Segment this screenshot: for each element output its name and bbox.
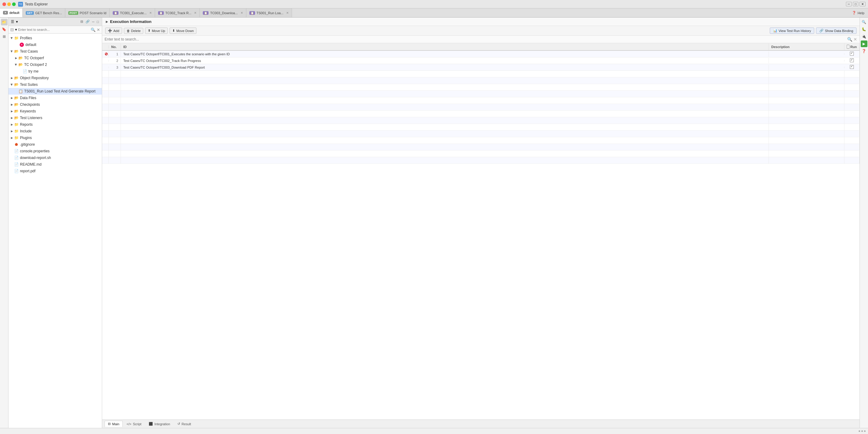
explorer-ctrl-btn-3[interactable]: ─ xyxy=(92,19,95,24)
explorer-ctrl-btn-1[interactable]: ⊟ xyxy=(80,19,84,24)
maximize-button[interactable] xyxy=(12,2,16,6)
tree-item-reports[interactable]: ▶ 📁 Reports xyxy=(8,121,102,128)
tab-tc002-close[interactable]: ✕ xyxy=(194,11,196,14)
tab-ts001[interactable]: 📋 TS001_Run Loa... ✕ xyxy=(246,8,292,17)
tree-item-gitignore[interactable]: ▶ ⬟ .gitignore xyxy=(8,141,102,148)
row1-run-checkbox[interactable] xyxy=(850,52,854,56)
explorer-search-input[interactable] xyxy=(18,28,89,31)
arrow-tc-octoperf[interactable]: ▶ xyxy=(14,57,18,60)
restore-win-button[interactable]: □ xyxy=(853,2,858,6)
tab-default-badge: ✕ xyxy=(3,11,8,14)
tree-item-keywords[interactable]: ▶ 📂 Keywords xyxy=(8,108,102,115)
view-history-button[interactable]: 📊 View Test Run History xyxy=(770,28,814,34)
arrow-reports[interactable]: ▶ xyxy=(10,123,14,126)
row3-run-checkbox[interactable] xyxy=(850,65,854,69)
filter-dropdown-icon[interactable]: ▾ xyxy=(15,28,17,32)
tree-item-download-report[interactable]: ▶ 📄 download-report.sh xyxy=(8,154,102,161)
tree-item-test-suites[interactable]: ▶ 📂 Test Suites xyxy=(8,81,102,88)
tab-tc003[interactable]: 📋 TC003_Downloa... ✕ xyxy=(200,8,246,17)
bookmarks-icon-btn[interactable]: 🔖 xyxy=(1,26,7,33)
arrow-profiles[interactable]: ▶ xyxy=(10,36,13,40)
delete-button[interactable]: 🗑 Delete xyxy=(124,28,144,34)
right-icon-green[interactable]: ▶ xyxy=(861,40,867,47)
help-button[interactable]: ❓ Help xyxy=(848,8,868,17)
arrow-data-files[interactable]: ▶ xyxy=(10,96,14,99)
folder-icon-test-suites: 📂 xyxy=(14,82,19,87)
move-up-button[interactable]: ⬆ Move Up xyxy=(145,28,168,34)
arrow-test-listeners[interactable]: ▶ xyxy=(10,116,14,119)
explorer-dropdown-icon[interactable]: ▾ xyxy=(16,20,18,24)
explorer-ctrl-btn-2[interactable]: 🔗 xyxy=(85,19,90,24)
right-icon-2[interactable]: 🐛 xyxy=(861,26,867,33)
table-row[interactable]: ⊘ 1 Test Cases/TC Octoperf/TC001_Execute… xyxy=(102,51,860,57)
add-button[interactable]: ➕ Add xyxy=(105,28,122,34)
row1-run[interactable] xyxy=(844,51,860,57)
tree-item-tc-octoperf[interactable]: ▶ 📂 TC Octoperf xyxy=(8,55,102,61)
right-icon-1[interactable]: 🔍 xyxy=(861,19,867,25)
minimize-win-button[interactable]: ─ xyxy=(846,2,852,6)
tree-item-default-profile[interactable]: ▶ ✕ default xyxy=(8,41,102,48)
tab-default[interactable]: ✕ default xyxy=(0,8,23,17)
filter-icon[interactable]: ⊟ xyxy=(10,27,14,32)
tree-item-profiles[interactable]: ▶ 📁 Profiles xyxy=(8,35,102,41)
status-dots xyxy=(859,430,866,432)
tab-result[interactable]: ↺ Result xyxy=(174,421,194,427)
show-data-binding-button[interactable]: 🔗 Show Data Binding xyxy=(816,28,857,34)
tab-tc002[interactable]: 📋 TC002_Track R... ✕ xyxy=(155,8,200,17)
close-button[interactable] xyxy=(2,2,6,6)
tab-tc001-close[interactable]: ✕ xyxy=(149,11,152,14)
row3-run[interactable] xyxy=(844,64,860,70)
minimize-button[interactable] xyxy=(7,2,11,6)
tab-main[interactable]: ⊟ Main xyxy=(104,421,123,427)
explorer-icon-btn[interactable]: 📁 xyxy=(1,19,7,25)
tree-item-test-listeners[interactable]: ▶ 📂 Test Listeners xyxy=(8,115,102,121)
tree-item-ts001[interactable]: ▶ 📋 TS001_Run Load Test And Generate Rep… xyxy=(8,88,102,95)
run-all-checkbox[interactable] xyxy=(847,45,849,49)
arrow-include[interactable]: ▶ xyxy=(10,130,14,133)
table-row[interactable]: 2 Test Cases/TC Octoperf/TC002_Track Run… xyxy=(102,57,860,64)
arrow-plugins[interactable]: ▶ xyxy=(10,136,14,139)
execution-info-header[interactable]: ▶ Execution Information xyxy=(102,18,860,26)
tree-item-console-props[interactable]: ▶ 📄 console.properties xyxy=(8,148,102,154)
arrow-test-suites[interactable]: ▶ xyxy=(10,83,13,87)
tab-integration[interactable]: ⬛ Integration xyxy=(145,421,174,427)
explorer-ctrl-btn-4[interactable]: □ xyxy=(96,19,99,24)
tab-tc003-close[interactable]: ✕ xyxy=(241,11,243,14)
tree-item-include[interactable]: ▶ 📁 Include xyxy=(8,128,102,134)
label-test-cases: Test Cases xyxy=(20,49,38,54)
right-icon-4[interactable]: ❓ xyxy=(861,48,867,54)
tree-item-report-pdf[interactable]: ▶ 📄 report.pdf xyxy=(8,168,102,175)
tree-item-try-me[interactable]: ▶ 📄 try me xyxy=(8,68,102,75)
arrow-tc-octoperf2[interactable]: ▶ xyxy=(14,63,18,67)
tab-script[interactable]: </> Script xyxy=(123,421,145,427)
tree-item-data-files[interactable]: ▶ 📂 Data Files xyxy=(8,95,102,101)
table-search-magnify-icon[interactable]: 🔍 xyxy=(847,37,852,42)
tree-item-tc-octoperf2[interactable]: ▶ 📂 TC Octoperf 2 xyxy=(8,61,102,68)
tab-post-scenario[interactable]: POST POST Scenario Id xyxy=(65,8,110,17)
tab-get-bench[interactable]: GET GET Bench Res... xyxy=(23,8,65,17)
arrow-test-cases[interactable]: ▶ xyxy=(10,49,13,54)
label-checkpoints: Checkpoints xyxy=(20,102,40,107)
row2-run[interactable] xyxy=(844,57,860,64)
close-win-button[interactable]: ✕ xyxy=(860,2,866,6)
arrow-object-repo[interactable]: ▶ xyxy=(10,76,14,80)
arrow-checkpoints[interactable]: ▶ xyxy=(10,103,14,106)
row2-run-checkbox[interactable] xyxy=(850,58,854,62)
search-magnify-icon[interactable]: 🔍 xyxy=(91,28,95,32)
search-clear-icon[interactable]: ✕ xyxy=(97,28,100,32)
table-search-clear-icon[interactable]: ✕ xyxy=(854,37,857,42)
right-icon-3[interactable]: 🔌 xyxy=(861,33,867,40)
empty-row xyxy=(102,117,860,124)
tree-item-readme[interactable]: ▶ 📄 README.md xyxy=(8,161,102,168)
tree-item-object-repo[interactable]: ▶ 📂 Object Repository xyxy=(8,75,102,81)
tab-ts001-close[interactable]: ✕ xyxy=(286,11,289,14)
tree-item-plugins[interactable]: ▶ 📁 Plugins xyxy=(8,134,102,141)
tree-item-test-cases[interactable]: ▶ 📂 Test Cases xyxy=(8,48,102,55)
arrow-keywords[interactable]: ▶ xyxy=(10,110,14,113)
move-down-button[interactable]: ⬇ Move Down xyxy=(169,28,196,34)
tree-item-checkpoints[interactable]: ▶ 📂 Checkpoints xyxy=(8,101,102,108)
tab-tc001[interactable]: 📋 TC001_Execute... ✕ xyxy=(110,8,155,17)
grid-icon-btn[interactable]: ⊞ xyxy=(1,33,7,40)
table-search-input[interactable] xyxy=(104,37,846,41)
table-row[interactable]: 3 Test Cases/TC Octoperf/TC003_Download … xyxy=(102,64,860,71)
